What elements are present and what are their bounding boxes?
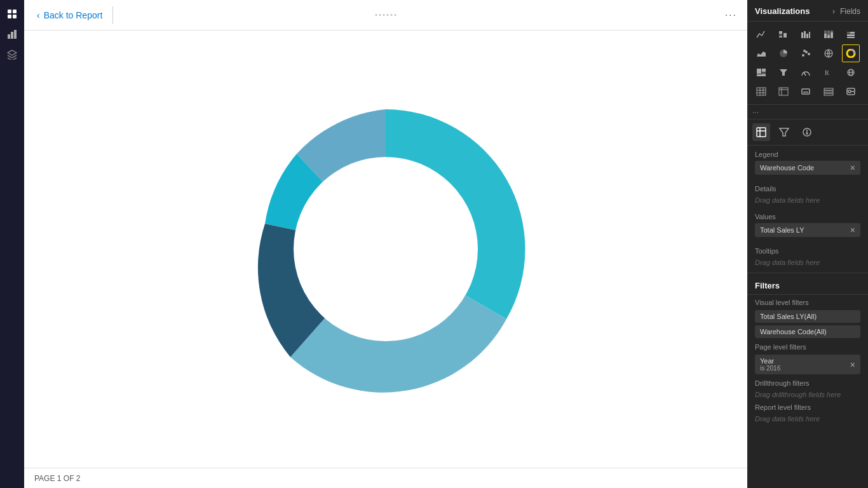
viz-gauge[interactable] xyxy=(797,64,815,81)
drillthrough-placeholder: Drag drillthrough fields here xyxy=(747,390,868,400)
filter-warehouse-code-value: Warehouse Code(All) xyxy=(760,328,827,336)
more-options-button[interactable]: ··· xyxy=(725,10,737,21)
viz-scatter[interactable] xyxy=(797,44,815,62)
svg-text:R: R xyxy=(825,69,829,76)
values-field-remove[interactable]: × xyxy=(850,226,855,234)
svg-rect-20 xyxy=(831,30,833,32)
svg-rect-3 xyxy=(13,15,17,18)
filter-chip-year[interactable]: Year is 2016 × xyxy=(755,355,860,374)
legend-field-chip[interactable]: Warehouse Code × xyxy=(755,161,860,175)
svg-rect-14 xyxy=(809,32,810,38)
svg-rect-11 xyxy=(801,32,803,38)
tooltips-placeholder: Drag data fields here xyxy=(755,257,860,268)
svg-point-29 xyxy=(803,50,806,52)
back-button-label: Back to Report xyxy=(44,10,103,20)
filter-total-sales-value: Total Sales LY(All) xyxy=(760,313,817,320)
tab-analytics[interactable] xyxy=(798,123,816,141)
panel-header-icons: › Fields xyxy=(832,7,860,16)
details-placeholder: Drag data fields here xyxy=(755,195,860,205)
viz-donut[interactable] xyxy=(842,44,860,62)
svg-rect-22 xyxy=(847,34,855,36)
status-bar: PAGE 1 OF 2 xyxy=(24,468,747,488)
viz-multirow[interactable] xyxy=(820,83,837,100)
details-section: Details Drag data fields here xyxy=(747,180,868,208)
report-placeholder: Drag data fields here xyxy=(747,414,868,424)
viz-more-button[interactable]: ... xyxy=(747,105,868,119)
filter-year-remove[interactable]: × xyxy=(850,360,855,369)
viz-funnel[interactable] xyxy=(775,64,792,81)
field-tabs xyxy=(747,119,868,146)
svg-rect-1 xyxy=(13,10,17,13)
fields-label[interactable]: Fields xyxy=(840,7,860,16)
svg-rect-50 xyxy=(802,89,810,94)
svg-rect-12 xyxy=(804,31,806,38)
svg-rect-5 xyxy=(11,32,13,39)
legend-field-remove[interactable]: × xyxy=(850,163,855,172)
svg-rect-18 xyxy=(824,30,827,34)
report-level-label: Report level filters xyxy=(747,400,868,414)
svg-rect-53 xyxy=(824,91,833,93)
viz-bar-stacked[interactable] xyxy=(775,25,792,43)
chart-area xyxy=(24,30,747,468)
viz-bar-100[interactable] xyxy=(820,25,837,43)
svg-rect-34 xyxy=(762,69,766,72)
visual-level-label: Visual level filters xyxy=(747,295,868,309)
tab-filter[interactable] xyxy=(775,123,793,141)
legend-section: Legend Warehouse Code × xyxy=(747,146,868,180)
svg-rect-2 xyxy=(8,15,11,18)
viz-map[interactable] xyxy=(820,44,837,62)
legend-field-value: Warehouse Code xyxy=(760,164,814,172)
svg-rect-23 xyxy=(847,37,855,38)
panel-expand-icon[interactable]: › xyxy=(832,7,835,16)
svg-rect-9 xyxy=(783,33,787,37)
filters-title: Filters xyxy=(755,281,780,290)
svg-rect-42 xyxy=(757,88,766,95)
viz-pie[interactable] xyxy=(775,44,792,62)
viz-matrix[interactable] xyxy=(775,83,792,100)
svg-line-37 xyxy=(804,72,806,76)
svg-rect-54 xyxy=(824,93,833,95)
viz-area[interactable] xyxy=(752,44,770,62)
donut-chart xyxy=(227,90,545,408)
viz-col-stacked[interactable] xyxy=(842,25,860,43)
viz-kpi[interactable]: R xyxy=(820,64,837,81)
viz-table[interactable] xyxy=(752,83,770,100)
viz-treemap[interactable] xyxy=(752,64,770,81)
viz-card[interactable] xyxy=(797,83,815,100)
top-bar: ‹ Back to Report ··· xyxy=(24,0,747,30)
svg-rect-24 xyxy=(847,32,850,34)
svg-rect-35 xyxy=(757,74,766,76)
viz-slicer[interactable] xyxy=(842,83,860,100)
svg-rect-4 xyxy=(8,34,10,39)
svg-rect-6 xyxy=(14,30,17,39)
values-field-chip[interactable]: Total Sales LY × xyxy=(755,223,860,237)
filter-year-value: is 2016 xyxy=(760,365,780,372)
svg-rect-0 xyxy=(8,10,11,13)
main-content: ‹ Back to Report ··· xyxy=(24,0,747,488)
filter-chip-warehouse-code[interactable]: Warehouse Code(All) xyxy=(755,325,860,338)
sidebar-icon-grid[interactable] xyxy=(3,5,21,23)
filter-chip-total-sales[interactable]: Total Sales LY(All) xyxy=(755,310,860,323)
svg-rect-19 xyxy=(827,30,830,35)
svg-rect-33 xyxy=(757,69,761,74)
sidebar-icon-layers[interactable] xyxy=(3,46,21,64)
svg-rect-10 xyxy=(779,34,782,36)
left-sidebar xyxy=(0,0,24,488)
viz-bar-clustered[interactable] xyxy=(797,25,815,43)
tab-fields[interactable] xyxy=(752,123,770,141)
drillthrough-label: Drillthrough filters xyxy=(747,376,868,390)
back-to-report-button[interactable]: ‹ Back to Report xyxy=(32,6,107,24)
values-section: Values Total Sales LY × xyxy=(747,208,868,242)
top-divider xyxy=(112,6,113,24)
sidebar-icon-chart[interactable] xyxy=(3,25,21,43)
visualizations-title: Visualizations xyxy=(755,6,810,16)
viz-globe[interactable] xyxy=(842,64,860,81)
viz-line-chart[interactable] xyxy=(752,25,770,43)
filter-year-inner: Year is 2016 xyxy=(760,357,780,372)
svg-rect-13 xyxy=(806,34,808,38)
page-info: PAGE 1 OF 2 xyxy=(34,474,80,483)
values-field-value: Total Sales LY xyxy=(760,226,804,234)
svg-point-26 xyxy=(802,54,804,57)
filters-divider xyxy=(747,273,868,273)
tooltips-section: Tooltips Drag data fields here xyxy=(747,242,868,270)
